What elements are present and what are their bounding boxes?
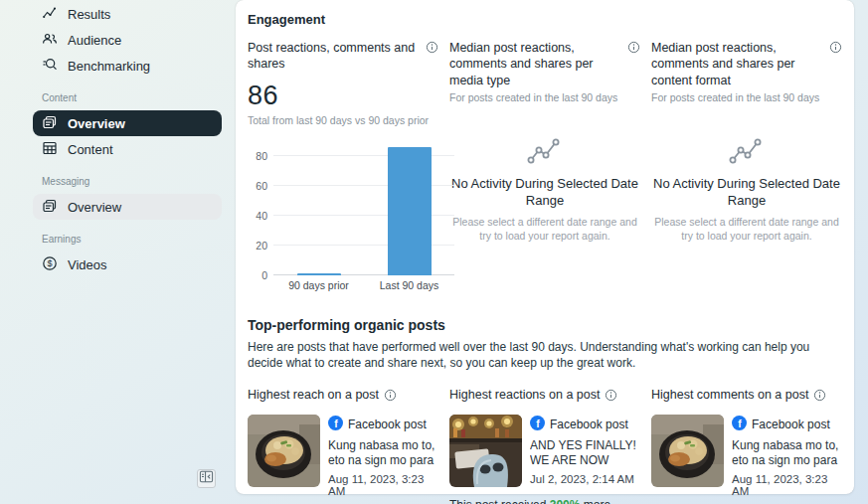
stat-subtitle: For posts created in the last 90 days [449, 91, 640, 103]
y-axis-tick: 0 [248, 269, 267, 281]
empty-state: No Activity During Selected Date Range P… [449, 137, 640, 243]
top-posts-section: Top-performing organic posts Here are po… [248, 317, 842, 504]
x-axis-label: 90 days prior [273, 279, 364, 291]
no-activity-icon [729, 150, 765, 167]
sidebar-item-label: Overview [68, 116, 125, 131]
no-activity-icon [527, 150, 563, 167]
empty-state: No Activity During Selected Date Range P… [651, 137, 842, 243]
sidebar-item-label: Overview [68, 200, 121, 215]
dollar-circle-icon: $ [42, 255, 58, 274]
collapse-sidebar-button[interactable] [197, 469, 216, 488]
stat-median-content-format: Median post reactions, comments and shar… [651, 40, 842, 291]
sidebar-section-earnings: Earnings [42, 234, 236, 245]
sidebar-item-videos[interactable]: $ Videos [33, 252, 222, 277]
sidebar-section-messaging: Messaging [42, 176, 236, 187]
post-caption: AND YES FINALLY! WE ARE NOW RELOCATED AN… [530, 438, 640, 468]
post-card[interactable]: f Facebook post AND YES FINALLY! WE ARE … [449, 415, 640, 487]
facebook-icon: f [732, 416, 747, 433]
overview-icon [42, 198, 58, 217]
stat-value: 86 [248, 81, 438, 111]
post-card[interactable]: f Facebook post Kung nabasa mo to, eto n… [651, 415, 842, 497]
sidebar-item-results[interactable]: Results [33, 1, 222, 27]
engagement-section-title: Engagement [248, 12, 842, 27]
empty-state-message: Please select a different date range and… [451, 215, 638, 243]
sidebar-section-content: Content [42, 92, 236, 103]
top-posts-grid: Highest reach on a post f Facebook post … [248, 388, 842, 504]
empty-state-message: Please select a different date range and… [653, 215, 840, 243]
stat-title: Median post reactions, comments and shar… [449, 40, 621, 88]
empty-state-title: No Activity During Selected Date Range [653, 176, 840, 210]
stat-median-media-type: Median post reactions, comments and shar… [449, 40, 640, 291]
info-icon[interactable] [605, 389, 617, 402]
info-icon[interactable] [813, 389, 826, 402]
post-caption: Kung nabasa mo to, eto na sign mo para m… [328, 438, 438, 468]
metric-title: Highest reactions on a post [449, 388, 600, 402]
svg-text:f: f [536, 419, 540, 429]
post-caption: Kung nabasa mo to, eto na sign mo para m… [732, 438, 842, 468]
post-card[interactable]: f Facebook post Kung nabasa mo to, eto n… [248, 415, 438, 497]
facebook-icon: f [530, 416, 545, 433]
sidebar-item-label: Audience [68, 33, 121, 48]
post-date: Jul 2, 2023, 2:14 AM [530, 473, 640, 485]
sidebar-item-messaging-overview[interactable]: Overview [33, 194, 222, 220]
sidebar-item-label: Videos [68, 257, 107, 272]
collapse-sidebar-icon [199, 469, 214, 488]
x-axis-label: Last 90 days [364, 279, 454, 291]
benchmarking-icon [42, 57, 58, 76]
overview-icon [42, 114, 58, 133]
y-axis-tick: 40 [248, 210, 267, 222]
percent-highlight: 300% [550, 498, 581, 504]
facebook-icon: f [328, 416, 343, 433]
svg-text:$: $ [47, 258, 52, 268]
post-meta: f Facebook post Kung nabasa mo to, eto n… [732, 415, 842, 497]
sidebar-item-content-overview[interactable]: Overview [33, 110, 222, 136]
bar-last-90-days [388, 147, 432, 275]
svg-text:f: f [334, 419, 338, 429]
y-axis-tick: 20 [248, 240, 267, 252]
bar-chart-xlabels: 90 days priorLast 90 days [273, 279, 454, 291]
sidebar-item-audience[interactable]: Audience [33, 27, 222, 53]
content-table-icon [42, 140, 58, 159]
top-posts-description: Here are posts that have performed well … [248, 339, 842, 373]
post-thumbnail-restaurant[interactable] [449, 415, 522, 487]
top-post-highest-reactions: Highest reactions on a post f Facebook p… [449, 388, 640, 504]
engagement-stats: Post reactions, comments and shares 86 T… [248, 40, 842, 291]
empty-state-title: No Activity During Selected Date Range [451, 176, 638, 210]
top-post-highest-reach: Highest reach on a post f Facebook post … [248, 388, 438, 504]
insights-panel: Engagement Post reactions, comments and … [236, 0, 854, 494]
y-axis-tick: 80 [248, 150, 267, 162]
metric-title: Highest reach on a post [248, 388, 379, 402]
post-source-label: Facebook post [550, 418, 628, 431]
post-thumbnail-food-bowl[interactable] [248, 415, 320, 487]
sidebar-item-content-content[interactable]: Content [33, 136, 222, 162]
post-thumbnail-food-bowl[interactable] [651, 415, 724, 487]
bar-chart-plot: 020406080 [273, 144, 454, 275]
metric-title: Highest comments on a post [651, 388, 808, 402]
bar-slot [273, 144, 364, 275]
svg-text:f: f [738, 419, 742, 429]
info-icon[interactable] [829, 41, 842, 54]
info-icon[interactable] [627, 41, 640, 54]
sidebar-item-label: Results [68, 7, 110, 22]
post-date: Aug 11, 2023, 3:23 AM [732, 473, 842, 497]
top-posts-title: Top-performing organic posts [248, 317, 842, 333]
sidebar-item-benchmarking[interactable]: Benchmarking [33, 53, 222, 79]
audience-icon [42, 31, 58, 50]
y-axis-tick: 60 [248, 180, 267, 192]
sidebar-item-label: Benchmarking [68, 59, 150, 74]
top-post-highest-comments: Highest comments on a post f Facebook po… [651, 388, 842, 504]
engagement-bar-chart: 020406080 90 days priorLast 90 days [248, 144, 438, 291]
stat-title: Median post reactions, comments and shar… [651, 40, 823, 88]
stat-title: Post reactions, comments and shares [248, 40, 420, 73]
info-icon[interactable] [426, 41, 438, 54]
stat-subtitle: For posts created in the last 90 days [651, 91, 842, 103]
results-icon [42, 5, 58, 24]
post-date: Aug 11, 2023, 3:23 AM [328, 473, 438, 497]
sidebar-item-label: Content [68, 142, 113, 157]
post-footnote: This post received 300% more reactions (… [449, 498, 640, 504]
sidebar: Results Audience Benchmarking Content Ov… [0, 0, 236, 504]
bar-slot [364, 144, 454, 275]
bar-90-days-prior [297, 273, 341, 275]
info-icon[interactable] [384, 389, 397, 402]
post-meta: f Facebook post AND YES FINALLY! WE ARE … [530, 415, 640, 487]
